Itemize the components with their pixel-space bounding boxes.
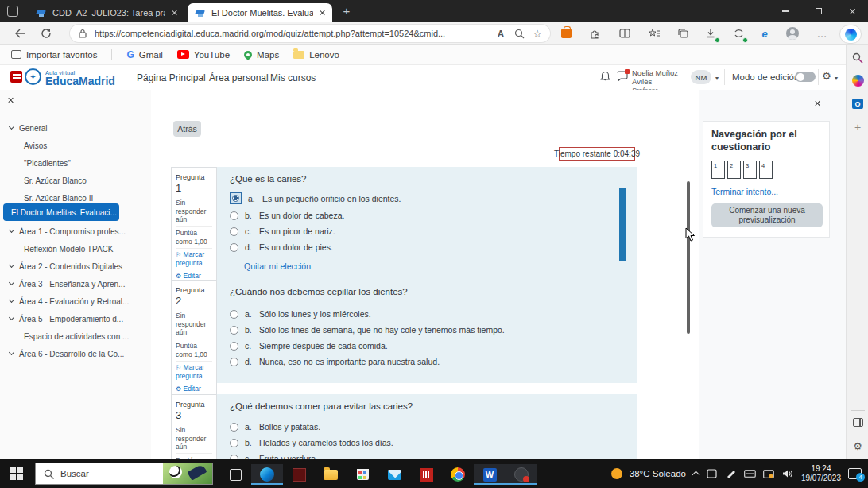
- answer-option[interactable]: a. Sólo los lunes y los miércoles.: [230, 309, 624, 319]
- extensions-icon[interactable]: [587, 25, 603, 41]
- read-aloud-icon[interactable]: A: [494, 27, 507, 40]
- answer-option[interactable]: a. Bollos y patatas.: [230, 422, 624, 432]
- radio[interactable]: [230, 310, 238, 319]
- edit-mode-toggle[interactable]: [795, 72, 816, 82]
- tray-cast-icon[interactable]: [763, 469, 775, 479]
- favorite-gmail[interactable]: G Gmail: [126, 49, 162, 60]
- sidebar-item-area-6[interactable]: Área 6 - Desarrollo de la Co...: [0, 347, 149, 360]
- taskbar-search[interactable]: Buscar: [35, 463, 213, 485]
- start-new-preview-button[interactable]: Comenzar una nueva previsualización: [711, 203, 823, 227]
- ie-mode-icon[interactable]: e: [757, 25, 773, 41]
- taskbar-app-icon[interactable]: [283, 464, 315, 485]
- sidebar-item-area-1[interactable]: Área 1 - Compromiso profes...: [0, 225, 149, 238]
- window-minimize-button[interactable]: [769, 0, 801, 22]
- address-bar[interactable]: https://competenciadigital.educa.madrid.…: [70, 25, 550, 42]
- avatar[interactable]: NM: [691, 70, 711, 84]
- sidebar-panel-icon[interactable]: [847, 418, 868, 427]
- sidebar-item-area-4[interactable]: Área 4 - Evaluación y Retroal...: [0, 295, 149, 308]
- taskbar-mail-icon[interactable]: [378, 464, 410, 485]
- zoom-icon[interactable]: [513, 27, 525, 40]
- answer-option[interactable]: a. Es un pequeño orificio en los dientes…: [230, 192, 624, 204]
- sidebar-item-general[interactable]: General: [0, 122, 149, 134]
- flag-question-link[interactable]: ⚐ Marcar pregunta: [176, 361, 212, 383]
- sidebar-item-area-5[interactable]: Área 5 - Empoderamiento d...: [0, 312, 149, 325]
- notification-center-icon[interactable]: 4: [848, 468, 862, 479]
- favorites-star-icon[interactable]: ☆: [531, 27, 544, 40]
- answer-option[interactable]: d. Es un dolor de pies.: [230, 242, 624, 252]
- messages-chat-icon[interactable]: [617, 71, 628, 81]
- question-box-2[interactable]: 2: [727, 161, 741, 179]
- window-maximize-button[interactable]: [803, 0, 835, 22]
- window-close-button[interactable]: [836, 0, 868, 22]
- weather-sun-icon[interactable]: [611, 468, 622, 479]
- tab-close-icon[interactable]: [171, 10, 177, 16]
- collections-icon[interactable]: [646, 25, 662, 41]
- taskbar-chrome-icon[interactable]: [442, 464, 474, 485]
- radio[interactable]: [230, 439, 238, 447]
- sidebar-item-sr-azucar-blanco-ii[interactable]: Sr. Azúcar Blanco II: [0, 192, 149, 204]
- sidebar-item-el-doctor-muelitas[interactable]: El Doctor Muelitas. Evaluaci...: [3, 203, 119, 221]
- copilot-icon[interactable]: [847, 75, 868, 87]
- sidebar-item-area-2[interactable]: Área 2 - Contenidos Digitales: [0, 260, 149, 273]
- profile-avatar[interactable]: [785, 25, 800, 41]
- tab-close-icon[interactable]: [319, 10, 325, 16]
- tray-keyboard-icon[interactable]: [744, 469, 756, 479]
- taskbar-store-icon[interactable]: [347, 464, 378, 485]
- sync-icon[interactable]: [730, 25, 746, 41]
- brand-title[interactable]: EducaMadrid: [45, 75, 115, 87]
- taskbar-word-icon[interactable]: W: [474, 464, 506, 485]
- sidebar-item-espacio-actividades[interactable]: Espacio de actividades con ...: [0, 330, 149, 343]
- question-scrollbar[interactable]: [619, 188, 626, 261]
- answer-option[interactable]: b. Es un dolor de cabeza.: [230, 211, 624, 220]
- question-box-4[interactable]: 4: [759, 161, 773, 179]
- radio[interactable]: [230, 243, 238, 252]
- tray-device-icon[interactable]: [706, 469, 718, 479]
- radio[interactable]: [230, 227, 238, 236]
- radio[interactable]: [230, 342, 238, 351]
- answer-option[interactable]: c. Es un picor de nariz.: [230, 227, 624, 236]
- favorite-youtube[interactable]: YouTube: [177, 50, 230, 60]
- outlook-icon[interactable]: O: [847, 99, 868, 109]
- sidebar-add-icon[interactable]: +: [847, 121, 868, 134]
- sidebar-item-area-3[interactable]: Área 3 - Enseñanza y Apren...: [0, 277, 149, 290]
- notifications-bell-icon[interactable]: [600, 71, 610, 82]
- sidebar-item-picadientes[interactable]: "Picadientes": [0, 157, 149, 169]
- url-text[interactable]: https://competenciadigital.educa.madrid.…: [95, 29, 489, 38]
- tray-pen-icon[interactable]: [725, 469, 737, 479]
- close-panel-icon[interactable]: [814, 100, 822, 108]
- back-button[interactable]: Atrás: [173, 121, 201, 137]
- volume-icon[interactable]: [782, 469, 794, 479]
- chevron-down-icon[interactable]: ▾: [835, 75, 838, 82]
- close-drawer-icon[interactable]: [7, 97, 15, 105]
- sidebar-item-reflexion-tpack[interactable]: Reflexión Modelo TPACK: [0, 242, 149, 255]
- question-box-1[interactable]: 1: [711, 161, 725, 179]
- answer-option[interactable]: d. Nunca, eso no es importante para nues…: [230, 357, 624, 366]
- multi-tab-icon[interactable]: [675, 25, 691, 41]
- browser-tab-inactive[interactable]: CDD_A2_JULIO23: Tarea práctica: [29, 3, 184, 22]
- favorite-maps[interactable]: Maps: [244, 50, 279, 60]
- new-tab-button[interactable]: +: [340, 5, 353, 17]
- tab-actions-icon[interactable]: [7, 6, 18, 17]
- flag-question-link[interactable]: ⚐ Marcar pregunta: [176, 248, 212, 270]
- taskbar-app-icon[interactable]: [410, 464, 442, 485]
- taskbar-explorer-icon[interactable]: [315, 464, 347, 485]
- refresh-icon[interactable]: [38, 25, 54, 41]
- shopping-icon[interactable]: [558, 25, 574, 41]
- split-screen-icon[interactable]: [617, 25, 633, 41]
- answer-option[interactable]: b. Sólo los fines de semana, que no hay …: [230, 325, 624, 335]
- header-gear-icon[interactable]: ⚙: [822, 70, 831, 82]
- bing-copilot-icon[interactable]: [839, 25, 862, 44]
- settings-ellipsis-icon[interactable]: …: [814, 25, 830, 41]
- browser-tab-active[interactable]: El Doctor Muelitas. Evaluación fi: [188, 3, 332, 22]
- import-favorites-button[interactable]: Importar favoritos: [11, 50, 97, 60]
- answer-option[interactable]: b. Helados y caramelos todos los días.: [230, 438, 624, 447]
- chevron-down-icon[interactable]: ▾: [715, 75, 719, 82]
- clock[interactable]: 19:24 19/07/2023: [801, 464, 841, 484]
- nav-area-personal[interactable]: Área personal: [209, 72, 269, 83]
- answer-option[interactable]: c. Fruta y verdura.: [230, 454, 624, 459]
- downloads-icon[interactable]: [703, 25, 719, 41]
- radio[interactable]: [230, 358, 238, 366]
- answer-option[interactable]: c. Siempre después de cada comida.: [230, 341, 624, 351]
- radio[interactable]: [230, 423, 238, 432]
- finish-attempt-link[interactable]: Terminar intento...: [711, 187, 821, 196]
